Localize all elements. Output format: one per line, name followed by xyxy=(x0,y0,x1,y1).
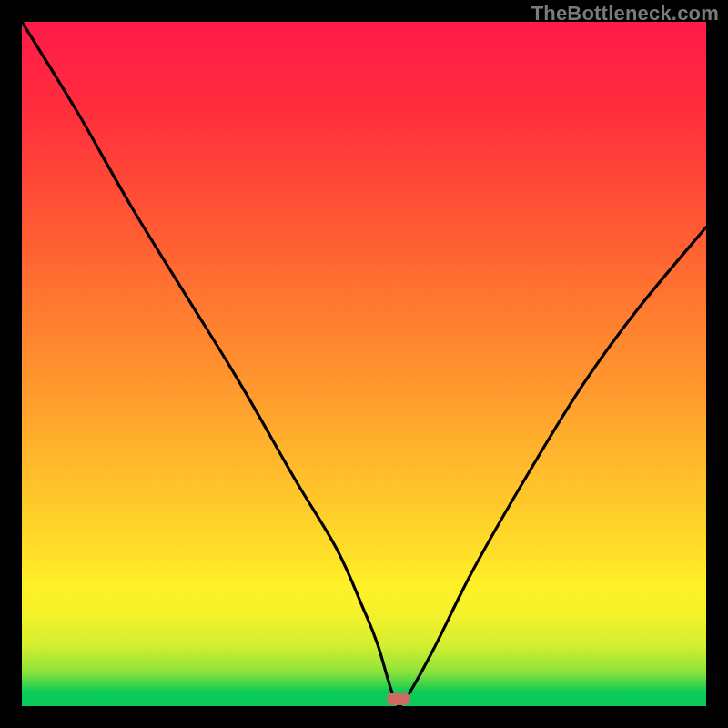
attribution-watermark: TheBottleneck.com xyxy=(531,2,719,25)
optimum-marker xyxy=(387,693,410,705)
plot-area xyxy=(22,22,706,706)
chart-frame: TheBottleneck.com xyxy=(0,0,728,728)
bottleneck-curve xyxy=(22,22,706,706)
